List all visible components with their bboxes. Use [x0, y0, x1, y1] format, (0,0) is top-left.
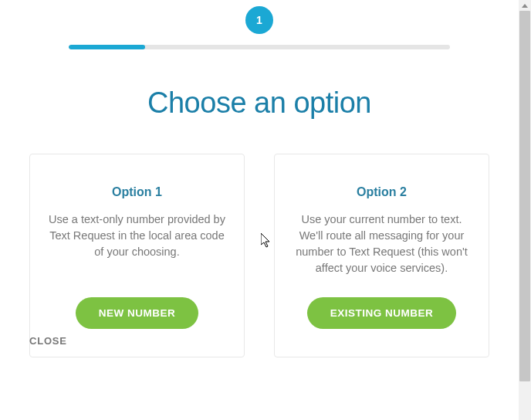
progress-bar: [69, 45, 450, 49]
page-title: Choose an option: [15, 86, 503, 120]
dialog-content: 1 Choose an option Option 1 Use a text-o…: [0, 0, 519, 357]
progress-fill: [69, 45, 145, 49]
option-1-description: Use a text-only number provided by Text …: [47, 212, 227, 260]
new-number-button[interactable]: NEW NUMBER: [76, 297, 199, 329]
scrollbar-track[interactable]: [519, 0, 531, 420]
option-card-1: Option 1 Use a text-only number provided…: [29, 154, 245, 357]
option-cards: Option 1 Use a text-only number provided…: [15, 154, 503, 357]
step-indicator: 1: [245, 6, 273, 34]
step-number: 1: [256, 14, 262, 26]
option-1-title: Option 1: [47, 185, 227, 199]
scrollbar-thumb[interactable]: [519, 11, 530, 381]
option-2-title: Option 2: [292, 185, 472, 199]
option-2-description: Use your current number to text. We'll r…: [292, 212, 472, 276]
option-card-2: Option 2 Use your current number to text…: [274, 154, 489, 357]
close-button[interactable]: CLOSE: [29, 335, 67, 347]
existing-number-button[interactable]: EXISTING NUMBER: [307, 297, 457, 329]
scroll-up-button[interactable]: [519, 0, 531, 11]
